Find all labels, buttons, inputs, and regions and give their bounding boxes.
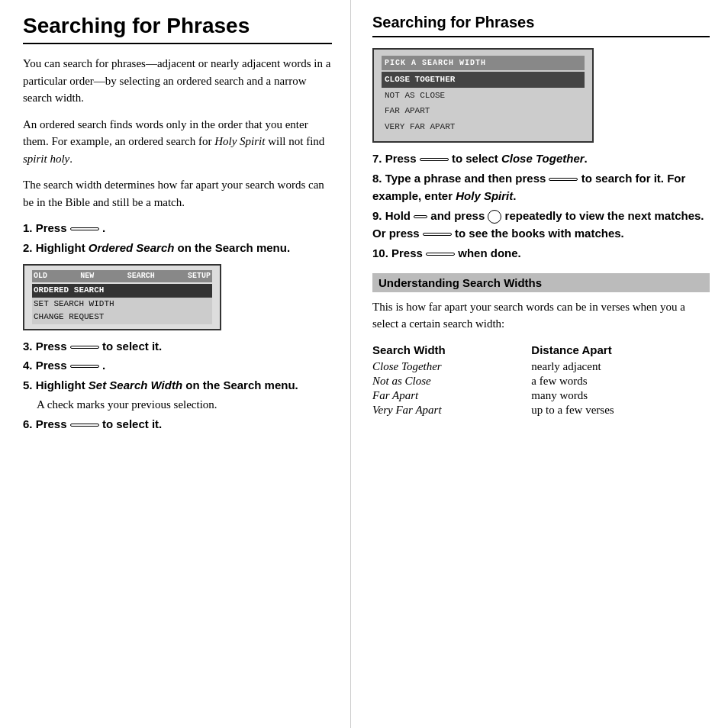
step-4-text: Press: [36, 359, 70, 372]
left-title: Searching for Phrases: [23, 14, 332, 38]
step-9-btn2[interactable]: [488, 210, 501, 224]
distance-cell: a few words: [531, 374, 710, 388]
step-6: 6. Press to select it.: [23, 416, 332, 433]
step-9-mid: and press: [430, 209, 488, 222]
step-3-num: 3.: [23, 340, 36, 353]
table-header-row: Search Width Distance Apart: [372, 342, 710, 359]
left-steps: 1. Press . 2. Highlight Ordered Search o…: [23, 220, 332, 256]
step-10-btn[interactable]: [426, 253, 455, 256]
step-7-btn[interactable]: [420, 158, 449, 161]
step-6-suffix: to select it.: [102, 417, 162, 430]
screen-top-bar: OLD NEW SEARCH SETUP: [32, 270, 212, 282]
step-8: 8. Type a phrase and then press to searc…: [372, 170, 710, 205]
width-cell: Far Apart: [372, 388, 531, 403]
step-1-suffix: .: [102, 221, 105, 234]
distance-cell: nearly adjacent: [531, 359, 710, 374]
understanding-header: Understanding Search Widths: [372, 273, 710, 292]
pick-not-close: NOT AS CLOSE: [382, 88, 585, 104]
step-10-num: 10.: [372, 246, 391, 259]
left-divider: [23, 43, 332, 44]
right-title: Searching for Phrases: [372, 14, 710, 31]
screen-row-change: CHANGE REQUEST: [32, 311, 212, 324]
step-5-note: A check marks your previous selection.: [23, 396, 332, 414]
pick-close-together: CLOSE TOGETHER: [382, 72, 585, 88]
step-5-note-text: A check marks your previous selection.: [37, 398, 217, 411]
step-9-num: 9.: [372, 209, 385, 222]
pick-far-apart: FAR APART: [382, 103, 585, 119]
step-6-btn[interactable]: [70, 424, 99, 427]
step-1: 1. Press .: [23, 220, 332, 237]
table-row: Close Togethernearly adjacent: [372, 359, 710, 374]
step-2-text: Highlight Ordered Search on the Search m…: [36, 241, 290, 254]
left-steps-cont: 3. Press to select it. 4. Press . 5. Hig…: [23, 338, 332, 433]
step-9-btn1[interactable]: [414, 215, 427, 218]
step-8-btn[interactable]: [549, 178, 578, 181]
col-search-width: Search Width: [372, 342, 531, 359]
section-intro: This is how far apart your search words …: [372, 298, 710, 333]
step-7-text: Press: [385, 152, 420, 165]
step-10: 10. Press when done.: [372, 245, 710, 263]
right-steps: 7. Press to select Close Together. 8. Ty…: [372, 150, 710, 263]
step-4-btn[interactable]: [70, 365, 99, 368]
step-1-btn[interactable]: [70, 227, 99, 230]
para-1: You can search for phrases—adjacent or n…: [23, 55, 332, 107]
step-3: 3. Press to select it.: [23, 338, 332, 356]
width-cell: Close Together: [372, 359, 531, 374]
step-1-num: 1.: [23, 221, 36, 234]
right-column: Searching for Phrases PICK A SEARCH WIDT…: [351, 0, 728, 728]
step-5-num: 5.: [23, 378, 36, 391]
screen-ordered-search: OLD NEW SEARCH SETUP ORDERED SEARCH SET …: [23, 264, 221, 330]
screen-row-ordered: ORDERED SEARCH: [32, 284, 212, 298]
step-4-num: 4.: [23, 359, 36, 372]
step-10-text: Press: [391, 246, 426, 259]
step-10-suffix: when done.: [458, 246, 521, 259]
step-3-btn[interactable]: [70, 346, 99, 349]
table-row: Very Far Apartup to a few verses: [372, 403, 710, 417]
screen-pick-width: PICK A SEARCH WIDTH CLOSE TOGETHER NOT A…: [372, 48, 594, 143]
search-widths-table: Search Width Distance Apart Close Togeth…: [372, 342, 710, 417]
step-5: 5. Highlight Set Search Width on the Sea…: [23, 377, 332, 395]
width-cell: Not as Close: [372, 374, 531, 388]
step-9-end: to see the books with matches.: [455, 227, 624, 240]
step-4-suffix: .: [102, 359, 105, 372]
right-divider: [372, 36, 710, 37]
distance-cell: many words: [531, 388, 710, 403]
step-6-text: Press: [36, 417, 70, 430]
step-9-btn3[interactable]: [423, 233, 452, 236]
step-7-num: 7.: [372, 152, 385, 165]
para-2: An ordered search finds words only in th…: [23, 116, 332, 168]
step-7: 7. Press to select Close Together.: [372, 150, 710, 168]
col-distance-apart: Distance Apart: [531, 342, 710, 359]
table-row: Far Apartmany words: [372, 388, 710, 403]
screen-row-setwidth: SET SEARCH WIDTH: [32, 298, 212, 311]
distance-cell: up to a few verses: [531, 403, 710, 417]
table-row: Not as Closea few words: [372, 374, 710, 388]
step-8-text: Type a phrase and then press: [385, 172, 549, 185]
width-cell: Very Far Apart: [372, 403, 531, 417]
step-2: 2. Highlight Ordered Search on the Searc…: [23, 240, 332, 257]
step-5-text: Highlight Set Search Width on the Search…: [36, 378, 298, 391]
step-3-suffix: to select it.: [102, 340, 162, 353]
step-4: 4. Press .: [23, 357, 332, 375]
step-1-text: Press: [36, 221, 70, 234]
step-8-num: 8.: [372, 172, 385, 185]
step-9-text: Hold: [385, 209, 414, 222]
step-9: 9. Hold and press repeatedly to view the…: [372, 208, 710, 242]
step-6-num: 6.: [23, 417, 36, 430]
pick-very-far: VERY FAR APART: [382, 119, 585, 135]
pick-header: PICK A SEARCH WIDTH: [382, 56, 585, 70]
step-2-num: 2.: [23, 241, 36, 254]
para-3: The search width determines how far apar…: [23, 176, 332, 211]
left-column: Searching for Phrases You can search for…: [0, 0, 351, 728]
page: Searching for Phrases You can search for…: [0, 0, 728, 728]
step-3-text: Press: [36, 340, 70, 353]
step-7-suffix: to select Close Together.: [452, 152, 588, 165]
